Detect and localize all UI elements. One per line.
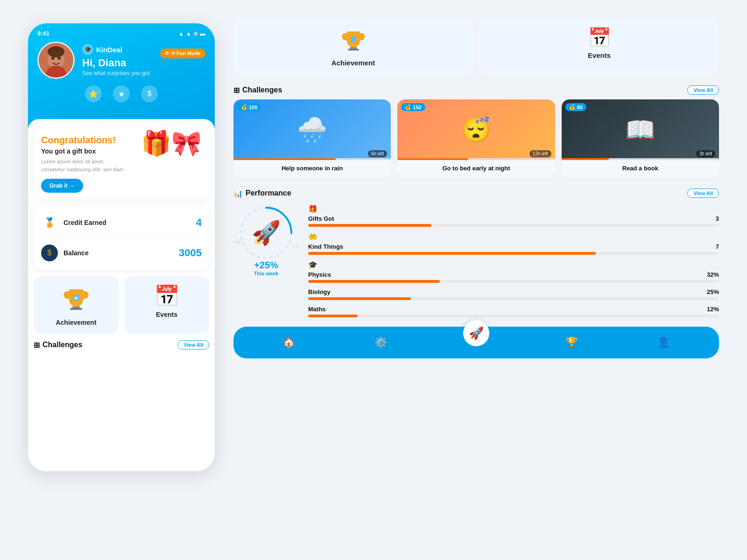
achievement-top-icon (342, 28, 365, 54)
challenge-time-3: 3h left (696, 150, 715, 157)
kind-icon: 🤲 (308, 232, 317, 241)
svg-rect-11 (347, 49, 359, 50)
gifts-bar-track (308, 224, 719, 227)
events-label: Events (156, 311, 177, 318)
status-bar: 9:41 ▲▲⊕▬ (37, 30, 205, 37)
profile-logo: 🎓 KinDeal (82, 44, 150, 55)
achievement-top-card[interactable]: Achievement (233, 19, 473, 74)
nav-settings[interactable]: ⚙️ (371, 333, 390, 352)
physics-bar-fill (308, 280, 440, 283)
performance-title: 📊 Performance (233, 189, 291, 198)
physics-bar-track (308, 280, 719, 283)
gifts-value: 3 (716, 215, 719, 222)
events-top-label: Events (588, 51, 611, 59)
challenge-time-2: 12h left (529, 150, 551, 157)
status-icons: ▲▲⊕▬ (178, 30, 205, 37)
avatar-svg (37, 42, 75, 79)
events-top-card[interactable]: 📅 Events (479, 19, 719, 74)
challenge-title-1: Help someone in rain (239, 165, 385, 172)
achievement-top-label: Achievement (331, 59, 375, 67)
achievement-card[interactable]: Achievement (34, 276, 119, 334)
challenge-badge-2: 💰 150 (401, 103, 425, 111)
performance-section: 📊 Performance View All 🚀 ☁️ (233, 187, 719, 317)
top-cards: Achievement 📅 Events (233, 19, 719, 74)
credit-label: Credit Earned (63, 219, 190, 226)
cloud-icon-left: ☁️ (232, 236, 241, 245)
challenges-header-right: ⊞ Challenges View All (233, 85, 719, 95)
nav-trophy[interactable]: 🏆 (563, 333, 581, 352)
rocket-wrapper: 🚀 ☁️ ☁️ (236, 203, 296, 263)
avatar-placeholder (37, 42, 75, 79)
view-all-challenges-left[interactable]: View All (177, 340, 209, 350)
perf-stat-gifts: 🎁 Gifts Got 3 (308, 204, 719, 227)
challenge-badge-3: 💰 80 (565, 103, 586, 111)
credit-icon: 🏅 (41, 214, 58, 231)
svg-point-12 (350, 36, 356, 42)
dollar-icon-btn[interactable]: $ (141, 85, 158, 102)
logo-icon: 🎓 (82, 44, 93, 55)
right-panel: Achievement 📅 Events ⊞ Challenges View A… (233, 9, 719, 358)
congrats-card: 🎁🎀 Congratulations! You got a gift box L… (34, 126, 209, 199)
grab-button[interactable]: Grab it → (41, 179, 83, 193)
week-label: This week (254, 271, 279, 276)
achievement-label: Achievement (56, 319, 96, 326)
congrats-body: Lorem ipsum dolor sit amet, consetetur s… (41, 158, 125, 173)
perf-stat-kind: 🤲 Kind Things 7 (308, 232, 719, 255)
view-all-performance[interactable]: View All (687, 189, 719, 198)
challenge-badge-1: 💰 100 (237, 103, 261, 111)
kind-bar-track (308, 252, 719, 255)
profile-info: 🎓 KinDeal Hi, Diana See what surprises y… (82, 44, 150, 77)
challenge-card-3[interactable]: 📖 💰 80 3h left Read a book (562, 99, 719, 177)
svg-point-4 (58, 57, 61, 60)
challenges-header-left: ⊞ Challenges View All (34, 340, 209, 350)
credit-earned-row: 🏅 Credit Earned 4 (41, 208, 202, 238)
biology-label: Biology (308, 288, 331, 295)
nav-home[interactable]: 🏠 (279, 333, 298, 352)
rocket-area: 🚀 ☁️ ☁️ +25% This week (233, 203, 299, 263)
week-pct: +25% (254, 260, 279, 271)
challenge-card-1[interactable]: 🌧️ 💰 100 6h left Help someone in rain (233, 99, 391, 177)
maths-value: 12% (707, 306, 719, 313)
phone-body: 🎁🎀 Congratulations! You got a gift box L… (28, 119, 215, 471)
physics-value: 32% (707, 271, 719, 278)
bottom-nav: 🏠 ⚙️ 🏆 👤 🚀 (233, 327, 719, 358)
challenges-title-left: ⊞ Challenges (34, 341, 82, 350)
challenge-time-1: 6h left (368, 150, 387, 157)
svg-point-3 (51, 57, 54, 60)
balance-label: Balance (63, 249, 173, 257)
physics-icon: 🎓 (308, 260, 317, 269)
phone-header: 9:41 ▲▲⊕▬ ⟳ ⟳ Fun Mode (28, 23, 215, 130)
perf-stats: 🎁 Gifts Got 3 🤲 Kind T (308, 203, 719, 317)
biology-bar-track (308, 297, 719, 300)
maths-bar-track (308, 315, 719, 317)
icon-row: ⭐ ★ $ (37, 85, 205, 102)
cloud-icon-right: ☁️ (293, 242, 300, 249)
perf-stat-biology: Biology 25% (308, 288, 719, 300)
fun-mode-badge[interactable]: ⟳ ⟳ Fun Mode (160, 49, 205, 58)
biology-bar-fill (308, 297, 411, 300)
star-icon-btn[interactable]: ★ (113, 85, 130, 102)
challenge-img-3: 📖 💰 80 3h left (562, 99, 719, 160)
nav-profile[interactable]: 👤 (655, 333, 673, 352)
performance-header: 📊 Performance View All (233, 189, 719, 198)
view-all-challenges-right[interactable]: View All (687, 85, 719, 95)
maths-bar-fill (308, 315, 358, 317)
nav-rocket-active[interactable]: 🚀 (463, 320, 489, 346)
challenge-img-2: 😴 💰 150 12h left (397, 99, 555, 160)
events-card[interactable]: 📅 Events (124, 276, 209, 334)
perf-stat-maths: Maths 12% (308, 306, 719, 317)
challenge-card-2[interactable]: 😴 💰 150 12h left Go to bed early at nigh… (397, 99, 555, 177)
kind-bar-fill (308, 252, 596, 255)
challenge-title-3: Read a book (567, 165, 713, 172)
sub-greeting: See what surprises you got (82, 70, 150, 77)
week-badge: +25% This week (254, 260, 279, 276)
profile-section: 🎓 KinDeal Hi, Diana See what surprises y… (37, 42, 205, 79)
status-time: 9:41 (37, 30, 49, 37)
credit-value: 4 (196, 217, 202, 229)
physics-label: Physics (308, 271, 331, 278)
challenge-cards: 🌧️ 💰 100 6h left Help someone in rain 😴 … (233, 99, 719, 177)
svg-point-5 (48, 46, 64, 57)
performance-body: 🚀 ☁️ ☁️ +25% This week 🎁 (233, 203, 719, 317)
achievement-icon-btn[interactable]: ⭐ (85, 85, 102, 102)
phone-left: 9:41 ▲▲⊕▬ ⟳ ⟳ Fun Mode (28, 23, 215, 471)
